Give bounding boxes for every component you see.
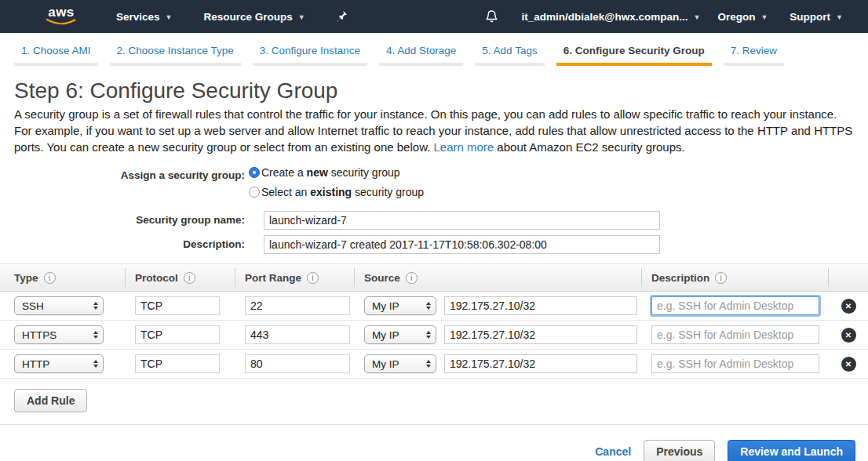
radio-new-pre: Create a xyxy=(261,166,307,179)
radio-existing-bold: existing xyxy=(310,186,352,198)
security-rules-table: Typei Protocoli Port Rangei Sourcei Desc… xyxy=(0,263,868,412)
protocol-info-icon[interactable]: i xyxy=(184,272,195,284)
page-description: A security group is a set of firewall ru… xyxy=(14,106,854,155)
tab-add-storage[interactable]: 4. Add Storage xyxy=(379,43,463,66)
delete-rule-button[interactable]: ✕ xyxy=(841,299,856,314)
rule-port-input[interactable] xyxy=(245,296,350,315)
rule-source-cidr-input[interactable] xyxy=(444,325,637,344)
chevron-down-icon: ▼ xyxy=(760,13,768,21)
protocol-header-label: Protocol xyxy=(135,272,178,284)
nav-region-menu[interactable]: Oregon ▼ xyxy=(717,11,768,23)
description-header-label: Description xyxy=(651,272,709,284)
column-header-protocol: Protocoli xyxy=(126,268,235,287)
rule-description-input[interactable] xyxy=(651,296,819,315)
radio-existing-label: Select an existing security group xyxy=(261,186,424,198)
rule-source-select[interactable]: My IP xyxy=(364,325,436,344)
tab-review[interactable]: 7. Review xyxy=(724,43,784,66)
rule-source-select[interactable]: My IP xyxy=(364,354,436,373)
rule-source-mode: My IP xyxy=(372,300,399,312)
rule-protocol-input xyxy=(135,296,220,315)
rule-protocol-input xyxy=(135,354,220,373)
description-info-icon[interactable]: i xyxy=(715,272,727,284)
tab-configure-instance[interactable]: 3. Configure Instance xyxy=(253,43,367,66)
rule-source-cidr-input[interactable] xyxy=(444,296,637,315)
rule-type-value: HTTPS xyxy=(22,329,57,341)
rule-port-input[interactable] xyxy=(245,354,350,373)
radio-button-unselected[interactable] xyxy=(249,187,260,198)
rule-type-select[interactable]: HTTP xyxy=(14,354,104,373)
aws-logo-text: aws xyxy=(48,6,75,18)
cancel-link[interactable]: Cancel xyxy=(595,445,631,458)
select-stepper-icon xyxy=(93,302,98,310)
chevron-down-icon: ▼ xyxy=(836,13,843,21)
add-rule-button[interactable]: Add Rule xyxy=(14,389,87,412)
delete-rule-button[interactable]: ✕ xyxy=(841,357,856,372)
security-group-name-input[interactable] xyxy=(264,211,660,230)
rule-source-cidr-input[interactable] xyxy=(444,354,637,373)
radio-select-existing-security-group[interactable]: Select an existing security group xyxy=(249,186,424,198)
radio-existing-pre: Select an xyxy=(261,186,310,198)
chevron-down-icon: ▼ xyxy=(166,13,173,21)
rule-row-ssh: SSH My IP ✕ xyxy=(0,292,868,321)
page-title: Step 6: Configure Security Group xyxy=(14,78,868,103)
source-info-icon[interactable]: i xyxy=(406,272,418,284)
intro-text-after: about Amazon EC2 security groups. xyxy=(494,140,684,154)
radio-existing-post: security group xyxy=(352,186,424,198)
column-header-type: Typei xyxy=(0,268,126,287)
type-info-icon[interactable]: i xyxy=(44,272,56,284)
chevron-down-icon: ▼ xyxy=(298,13,305,21)
radio-create-new-security-group[interactable]: Create a new security group xyxy=(249,166,424,179)
rule-row-https: HTTPS My IP ✕ xyxy=(0,321,868,350)
nav-services-menu[interactable]: Services ▼ xyxy=(116,11,172,23)
radio-new-post: security group xyxy=(328,166,400,179)
pin-shortcut-button[interactable] xyxy=(337,10,348,23)
column-header-source: Sourcei xyxy=(355,268,642,287)
nav-resource-groups-label: Resource Groups xyxy=(203,11,292,23)
select-stepper-icon xyxy=(426,360,431,368)
rule-description-input[interactable] xyxy=(651,354,819,373)
port-range-header-label: Port Range xyxy=(245,272,301,284)
rule-type-select[interactable]: SSH xyxy=(14,296,104,315)
wizard-footer: Cancel Previous Review and Launch xyxy=(0,425,868,461)
security-group-description-label: Description: xyxy=(0,235,245,250)
radio-create-new-label: Create a new security group xyxy=(261,166,400,179)
review-and-launch-button[interactable]: Review and Launch xyxy=(728,440,855,461)
security-group-name-row: Security group name: xyxy=(0,211,868,230)
nav-support-menu[interactable]: Support ▼ xyxy=(790,11,843,23)
nav-services-label: Services xyxy=(116,11,160,23)
security-group-description-input[interactable] xyxy=(264,235,660,254)
aws-logo[interactable]: aws xyxy=(46,6,77,27)
wizard-step-tabs: 1. Choose AMI 2. Choose Instance Type 3.… xyxy=(0,33,868,66)
rule-type-select[interactable]: HTTPS xyxy=(14,325,104,344)
rule-source-mode: My IP xyxy=(372,329,399,341)
nav-resource-groups-menu[interactable]: Resource Groups ▼ xyxy=(203,11,305,23)
tab-choose-ami[interactable]: 1. Choose AMI xyxy=(14,43,98,66)
nav-account-menu[interactable]: it_admin/dbialek@hwx.compan... ▼ xyxy=(522,11,701,23)
bell-icon xyxy=(485,9,498,24)
tab-configure-security-group[interactable]: 6. Configure Security Group xyxy=(556,43,712,66)
assign-security-group-options: Create a new security group Select an ex… xyxy=(249,166,424,205)
navbar-right-group: it_admin/dbialek@hwx.compan... ▼ Oregon … xyxy=(485,9,868,24)
source-header-label: Source xyxy=(364,272,400,284)
security-group-name-label: Security group name: xyxy=(0,211,245,226)
tab-add-tags[interactable]: 5. Add Tags xyxy=(475,43,544,66)
rule-source-select[interactable]: My IP xyxy=(364,296,436,315)
nav-support-label: Support xyxy=(790,11,830,23)
radio-button-selected[interactable] xyxy=(249,167,260,178)
radio-new-bold: new xyxy=(307,166,328,179)
previous-button[interactable]: Previous xyxy=(644,440,715,461)
assign-security-group-label: Assign a security group: xyxy=(0,166,245,181)
rule-type-value: SSH xyxy=(22,300,44,312)
learn-more-link[interactable]: Learn more xyxy=(433,140,494,154)
rule-description-input[interactable] xyxy=(651,325,819,344)
select-stepper-icon xyxy=(93,331,98,339)
port-range-info-icon[interactable]: i xyxy=(307,272,319,284)
notifications-button[interactable] xyxy=(485,9,498,24)
tab-choose-instance-type[interactable]: 2. Choose Instance Type xyxy=(110,43,241,66)
rule-port-input[interactable] xyxy=(245,325,350,344)
assign-security-group-row: Assign a security group: Create a new se… xyxy=(0,166,868,205)
delete-rule-button[interactable]: ✕ xyxy=(841,328,856,343)
security-group-form: Assign a security group: Create a new se… xyxy=(0,166,868,254)
select-stepper-icon xyxy=(426,331,431,339)
add-rule-area: Add Rule xyxy=(0,379,868,412)
